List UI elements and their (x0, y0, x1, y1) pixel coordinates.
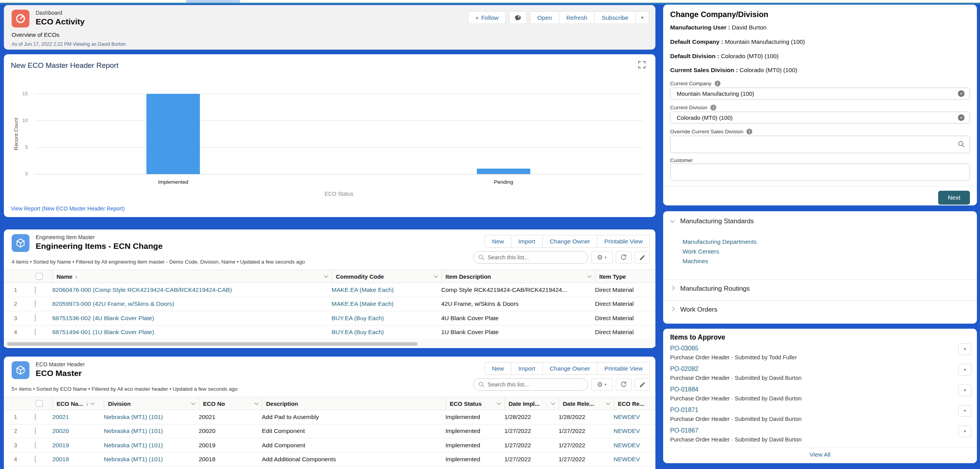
column-header-item-type[interactable]: Item Type (595, 270, 655, 283)
column-header-item-description[interactable]: Item Description (441, 270, 595, 283)
item-name-link[interactable]: 68751536-002 (4U Blank Cover Plate) (52, 315, 154, 321)
column-header-division[interactable]: Division (104, 397, 199, 410)
eco-re-link[interactable]: NEWDEV (614, 442, 640, 448)
approval-actions-button[interactable]: ▼ (958, 405, 971, 417)
eco-name-link[interactable]: 20019 (52, 442, 69, 448)
override-sales-division-input[interactable] (670, 136, 970, 153)
column-header-commodity-code[interactable]: Commodity Code (332, 270, 441, 283)
column-header-name[interactable]: Name ↓ (52, 270, 332, 283)
column-header-eco-re[interactable]: ECO Re... (614, 397, 655, 410)
row-checkbox[interactable] (35, 300, 36, 307)
subscribe-button[interactable]: Subscribe (595, 11, 636, 24)
printable-view-button[interactable]: Printable View (597, 235, 650, 248)
eco-re-link[interactable]: NEWDEV (614, 428, 640, 434)
division-link[interactable]: Nebraska (MT1) (101) (104, 414, 163, 420)
refresh-list-button[interactable] (616, 251, 631, 264)
next-button[interactable]: Next (938, 191, 970, 205)
column-menu-chevron-icon[interactable] (91, 400, 95, 405)
row-checkbox[interactable] (35, 428, 36, 435)
approval-actions-button[interactable]: ▼ (958, 343, 971, 355)
column-header-eco-status[interactable]: ECO Status (445, 397, 504, 410)
feed-button[interactable] (509, 11, 527, 24)
machines-link[interactable]: Machines (683, 258, 708, 265)
column-menu-chevron-icon[interactable] (551, 400, 555, 405)
import-button[interactable]: Import (511, 235, 543, 248)
change-owner-button[interactable]: Change Owner (543, 235, 597, 248)
edit-list-button[interactable] (634, 251, 650, 264)
eco-name-link[interactable]: 20018 (52, 456, 69, 462)
search-input[interactable] (473, 378, 588, 391)
approval-actions-button[interactable]: ▼ (958, 385, 971, 396)
row-checkbox[interactable] (35, 456, 36, 463)
more-actions-button[interactable]: ▼ (636, 11, 649, 24)
edit-list-button[interactable] (634, 378, 650, 391)
top-scrollbar-thumb[interactable] (186, 0, 240, 3)
import-button[interactable]: Import (511, 362, 543, 375)
printable-view-button[interactable]: Printable View (597, 362, 650, 375)
commodity-code-link[interactable]: MAKE.EA (Make Each) (332, 286, 394, 293)
column-menu-chevron-icon[interactable] (191, 400, 195, 405)
row-checkbox[interactable] (35, 286, 36, 293)
accordion-manufacturing-routings[interactable]: Manufacturing Routings (671, 285, 750, 293)
search-input[interactable] (473, 251, 588, 264)
accordion-manufacturing-standards[interactable]: Manufacturing Standards (671, 217, 754, 225)
eco-name-link[interactable]: 20021 (52, 414, 69, 420)
row-checkbox[interactable] (35, 442, 36, 449)
division-link[interactable]: Nebraska (MT1) (101) (104, 456, 163, 462)
column-header-date-impl[interactable]: Date Impl... (504, 397, 559, 410)
horizontal-scrollbar[interactable] (4, 341, 655, 347)
clear-icon[interactable]: × (958, 90, 965, 97)
refresh-list-button[interactable] (616, 378, 631, 391)
item-name-link[interactable]: 82060476-000 (Comp Style RCK4219424-CAB/… (52, 286, 232, 293)
commodity-code-link[interactable]: BUY.EA (Buy Each) (332, 329, 384, 335)
current-division-input[interactable] (670, 112, 970, 124)
column-menu-chevron-icon[interactable] (587, 273, 591, 278)
approval-item-link[interactable]: PO-01871 (670, 407, 698, 414)
customer-input[interactable] (670, 164, 970, 181)
row-checkbox[interactable] (35, 315, 36, 322)
change-owner-button[interactable]: Change Owner (543, 362, 597, 375)
column-menu-chevron-icon[interactable] (433, 273, 438, 278)
item-name-link[interactable]: 82059973-000 (42U Frame, w/Skins & Doors… (52, 300, 174, 307)
division-link[interactable]: Nebraska (MT1) (101) (104, 442, 163, 448)
approval-actions-button[interactable]: ▼ (958, 364, 971, 376)
row-checkbox[interactable] (35, 329, 36, 336)
division-link[interactable]: Nebraska (MT1) (101) (104, 428, 163, 434)
info-icon[interactable]: i (715, 81, 720, 86)
expand-chart-button[interactable] (638, 60, 647, 70)
commodity-code-link[interactable]: MAKE.EA (Make Each) (332, 300, 394, 307)
column-header-eco-no[interactable]: ECO No (199, 397, 262, 410)
refresh-dashboard-button[interactable]: Refresh (559, 11, 595, 24)
info-icon[interactable]: i (746, 129, 752, 134)
select-all-checkbox[interactable] (36, 273, 43, 280)
column-menu-chevron-icon[interactable] (254, 400, 258, 405)
approval-item-link[interactable]: PO-01867 (670, 427, 698, 434)
commodity-code-link[interactable]: BUY.EA (Buy Each) (332, 315, 384, 321)
eco-name-link[interactable]: 20020 (52, 428, 69, 434)
column-header-date-rele[interactable]: Date Rele... (559, 397, 614, 410)
column-menu-chevron-icon[interactable] (606, 400, 610, 405)
view-report-link[interactable]: View Report (New ECO Master Header Repor… (11, 205, 125, 212)
column-header-description[interactable]: Description (262, 397, 445, 410)
open-button[interactable]: Open (530, 11, 559, 24)
column-header-eco-name[interactable]: ECO Na... ↓ (52, 397, 104, 410)
current-company-input[interactable] (670, 88, 970, 100)
approval-actions-button[interactable]: ▼ (958, 426, 971, 437)
follow-button[interactable]: + Follow (468, 11, 506, 24)
eco-re-link[interactable]: NEWDEV (614, 456, 640, 462)
clear-icon[interactable]: × (958, 114, 965, 121)
approval-item-link[interactable]: PO-02082 (670, 366, 698, 372)
info-icon[interactable]: i (710, 105, 716, 110)
new-button[interactable]: New (485, 235, 511, 248)
row-checkbox[interactable] (35, 414, 36, 421)
eco-re-link[interactable]: NEWDEV (614, 414, 640, 420)
view-all-link[interactable]: View All (663, 451, 977, 458)
work-centers-link[interactable]: Work Centers (683, 248, 719, 255)
column-menu-chevron-icon[interactable] (497, 400, 501, 405)
list-settings-button[interactable]: ⚙ ▼ (591, 378, 613, 391)
item-name-link[interactable]: 68751494-001 (1U Blank Cover Plate) (52, 329, 154, 335)
manufacturing-departments-link[interactable]: Manufacturing Departments (683, 238, 756, 245)
approval-item-link[interactable]: PO-03065 (670, 345, 698, 352)
search-icon[interactable] (958, 140, 965, 148)
approval-item-link[interactable]: PO-01884 (670, 386, 698, 393)
